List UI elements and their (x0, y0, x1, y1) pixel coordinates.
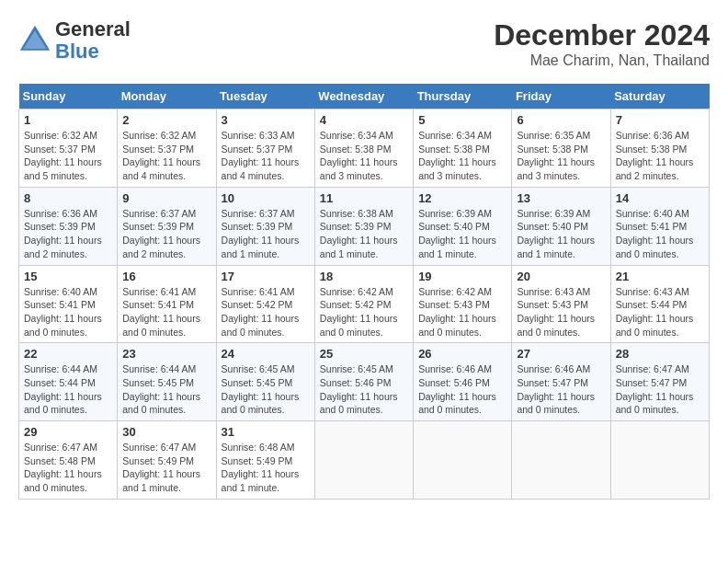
day-header-sunday: Sunday (19, 84, 118, 109)
month-title: December 2024 (494, 18, 710, 52)
day-info: Sunrise: 6:47 AM Sunset: 5:49 PM Dayligh… (122, 441, 210, 495)
day-number: 6 (517, 113, 605, 127)
day-number: 19 (418, 270, 506, 283)
day-info: Sunrise: 6:41 AM Sunset: 5:42 PM Dayligh… (222, 285, 310, 339)
day-number: 18 (320, 270, 408, 283)
day-info: Sunrise: 6:47 AM Sunset: 5:48 PM Dayligh… (24, 441, 112, 495)
logo-text: General Blue (55, 18, 131, 63)
day-info: Sunrise: 6:40 AM Sunset: 5:41 PM Dayligh… (24, 285, 112, 339)
day-info: Sunrise: 6:47 AM Sunset: 5:47 PM Dayligh… (616, 362, 704, 417)
day-info: Sunrise: 6:46 AM Sunset: 5:47 PM Dayligh… (517, 362, 605, 417)
day-info: Sunrise: 6:39 AM Sunset: 5:40 PM Dayligh… (517, 207, 605, 261)
day-info: Sunrise: 6:43 AM Sunset: 5:44 PM Dayligh… (616, 285, 704, 339)
day-cell: 18 Sunrise: 6:42 AM Sunset: 5:42 PM Dayl… (314, 265, 413, 343)
day-number: 25 (320, 347, 408, 361)
week-row-1: 1 Sunrise: 6:32 AM Sunset: 5:37 PM Dayli… (19, 109, 710, 188)
day-cell: 2 Sunrise: 6:32 AM Sunset: 5:37 PM Dayli… (118, 109, 216, 188)
day-number: 11 (320, 191, 408, 205)
day-cell (314, 421, 413, 500)
day-number: 26 (418, 347, 506, 361)
day-number: 12 (418, 191, 506, 205)
day-info: Sunrise: 6:32 AM Sunset: 5:37 PM Dayligh… (122, 129, 210, 183)
day-cell: 20 Sunrise: 6:43 AM Sunset: 5:43 PM Dayl… (512, 265, 610, 343)
day-cell: 7 Sunrise: 6:36 AM Sunset: 5:38 PM Dayli… (610, 109, 709, 188)
day-number: 1 (24, 113, 112, 127)
day-header-saturday: Saturday (610, 84, 709, 109)
day-number: 21 (616, 270, 704, 283)
day-cell: 27 Sunrise: 6:46 AM Sunset: 5:47 PM Dayl… (512, 343, 610, 421)
day-cell: 15 Sunrise: 6:40 AM Sunset: 5:41 PM Dayl… (19, 265, 118, 343)
day-info: Sunrise: 6:42 AM Sunset: 5:43 PM Dayligh… (418, 285, 506, 339)
week-row-3: 15 Sunrise: 6:40 AM Sunset: 5:41 PM Dayl… (19, 265, 710, 343)
day-info: Sunrise: 6:46 AM Sunset: 5:46 PM Dayligh… (418, 362, 506, 417)
day-number: 4 (320, 113, 408, 127)
location-title: Mae Charim, Nan, Thailand (494, 52, 710, 69)
day-cell: 1 Sunrise: 6:32 AM Sunset: 5:37 PM Dayli… (19, 109, 118, 188)
day-number: 2 (122, 113, 210, 127)
day-header-tuesday: Tuesday (216, 84, 314, 109)
day-info: Sunrise: 6:44 AM Sunset: 5:45 PM Dayligh… (122, 362, 210, 417)
day-header-thursday: Thursday (414, 84, 512, 109)
day-header-friday: Friday (512, 84, 610, 109)
day-cell: 12 Sunrise: 6:39 AM Sunset: 5:40 PM Dayl… (414, 187, 512, 265)
week-row-4: 22 Sunrise: 6:44 AM Sunset: 5:44 PM Dayl… (19, 343, 710, 421)
day-cell: 28 Sunrise: 6:47 AM Sunset: 5:47 PM Dayl… (610, 343, 709, 421)
day-number: 27 (517, 347, 605, 361)
day-number: 28 (616, 347, 704, 361)
day-info: Sunrise: 6:43 AM Sunset: 5:43 PM Dayligh… (517, 285, 605, 339)
day-number: 7 (616, 113, 704, 127)
day-info: Sunrise: 6:48 AM Sunset: 5:49 PM Dayligh… (222, 441, 310, 495)
day-cell (414, 421, 512, 500)
day-cell: 17 Sunrise: 6:41 AM Sunset: 5:42 PM Dayl… (216, 265, 314, 343)
day-number: 22 (24, 347, 112, 361)
week-row-5: 29 Sunrise: 6:47 AM Sunset: 5:48 PM Dayl… (19, 421, 710, 500)
day-cell: 21 Sunrise: 6:43 AM Sunset: 5:44 PM Dayl… (610, 265, 709, 343)
day-cell: 11 Sunrise: 6:38 AM Sunset: 5:39 PM Dayl… (314, 187, 413, 265)
day-info: Sunrise: 6:38 AM Sunset: 5:39 PM Dayligh… (320, 207, 408, 261)
day-number: 8 (24, 191, 112, 205)
day-info: Sunrise: 6:42 AM Sunset: 5:42 PM Dayligh… (320, 285, 408, 339)
day-info: Sunrise: 6:33 AM Sunset: 5:37 PM Dayligh… (222, 129, 310, 183)
day-number: 5 (418, 113, 506, 127)
day-cell: 25 Sunrise: 6:45 AM Sunset: 5:46 PM Dayl… (314, 343, 413, 421)
day-number: 29 (24, 425, 112, 439)
day-cell: 13 Sunrise: 6:39 AM Sunset: 5:40 PM Dayl… (512, 187, 610, 265)
day-cell: 9 Sunrise: 6:37 AM Sunset: 5:39 PM Dayli… (118, 187, 216, 265)
day-cell: 29 Sunrise: 6:47 AM Sunset: 5:48 PM Dayl… (19, 421, 118, 500)
day-cell: 26 Sunrise: 6:46 AM Sunset: 5:46 PM Dayl… (414, 343, 512, 421)
day-cell: 8 Sunrise: 6:36 AM Sunset: 5:39 PM Dayli… (19, 187, 118, 265)
day-info: Sunrise: 6:36 AM Sunset: 5:39 PM Dayligh… (24, 207, 112, 261)
days-header-row: SundayMondayTuesdayWednesdayThursdayFrid… (19, 84, 710, 109)
day-cell: 22 Sunrise: 6:44 AM Sunset: 5:44 PM Dayl… (19, 343, 118, 421)
day-cell: 19 Sunrise: 6:42 AM Sunset: 5:43 PM Dayl… (414, 265, 512, 343)
day-info: Sunrise: 6:32 AM Sunset: 5:37 PM Dayligh… (24, 129, 112, 183)
day-number: 17 (222, 270, 310, 283)
day-cell (610, 421, 709, 500)
day-cell (512, 421, 610, 500)
day-info: Sunrise: 6:45 AM Sunset: 5:45 PM Dayligh… (222, 362, 310, 417)
day-cell: 6 Sunrise: 6:35 AM Sunset: 5:38 PM Dayli… (512, 109, 610, 188)
day-number: 10 (222, 191, 310, 205)
day-cell: 5 Sunrise: 6:34 AM Sunset: 5:38 PM Dayli… (414, 109, 512, 188)
day-number: 23 (122, 347, 210, 361)
day-info: Sunrise: 6:39 AM Sunset: 5:40 PM Dayligh… (418, 207, 506, 261)
day-info: Sunrise: 6:36 AM Sunset: 5:38 PM Dayligh… (616, 129, 704, 183)
logo-blue: Blue (55, 40, 131, 63)
day-info: Sunrise: 6:34 AM Sunset: 5:38 PM Dayligh… (320, 129, 408, 183)
day-cell: 3 Sunrise: 6:33 AM Sunset: 5:37 PM Dayli… (216, 109, 314, 188)
day-info: Sunrise: 6:45 AM Sunset: 5:46 PM Dayligh… (320, 362, 408, 417)
day-cell: 30 Sunrise: 6:47 AM Sunset: 5:49 PM Dayl… (118, 421, 216, 500)
day-number: 9 (122, 191, 210, 205)
day-number: 3 (222, 113, 310, 127)
day-info: Sunrise: 6:37 AM Sunset: 5:39 PM Dayligh… (222, 207, 310, 261)
day-info: Sunrise: 6:35 AM Sunset: 5:38 PM Dayligh… (517, 129, 605, 183)
logo-general: General (55, 18, 131, 40)
day-cell: 4 Sunrise: 6:34 AM Sunset: 5:38 PM Dayli… (314, 109, 413, 188)
day-info: Sunrise: 6:41 AM Sunset: 5:41 PM Dayligh… (122, 285, 210, 339)
day-number: 14 (616, 191, 704, 205)
day-cell: 10 Sunrise: 6:37 AM Sunset: 5:39 PM Dayl… (216, 187, 314, 265)
day-cell: 14 Sunrise: 6:40 AM Sunset: 5:41 PM Dayl… (610, 187, 709, 265)
week-row-2: 8 Sunrise: 6:36 AM Sunset: 5:39 PM Dayli… (19, 187, 710, 265)
day-number: 30 (122, 425, 210, 439)
calendar-table: SundayMondayTuesdayWednesdayThursdayFrid… (18, 84, 710, 500)
